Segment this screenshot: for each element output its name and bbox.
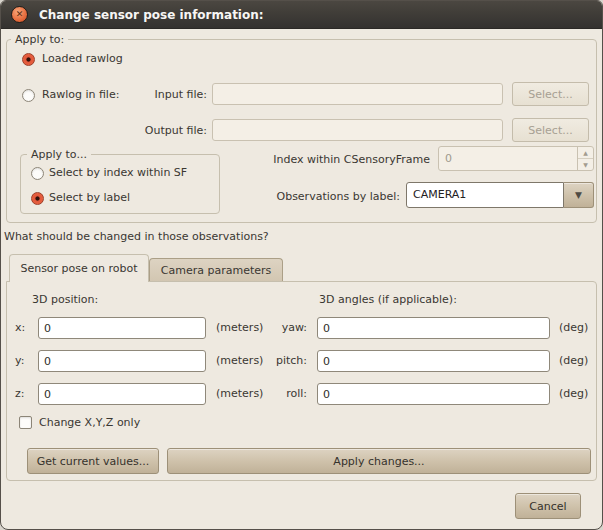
z-unit-label: (meters) xyxy=(216,387,263,401)
select-by-index-radio-label: Select by index within SF xyxy=(49,166,187,180)
y-label: y: xyxy=(15,354,24,368)
y-unit-label: (meters) xyxy=(216,354,263,368)
sensor-pose-tab-panel: 3D position: 3D angles (if applicable): … xyxy=(6,281,597,481)
angles-title: 3D angles (if applicable): xyxy=(319,293,457,307)
yaw-label: yaw: xyxy=(267,321,307,335)
tab-camera-parameters-label: Camera parameters xyxy=(161,264,271,277)
rawlog-in-file-radio[interactable] xyxy=(22,89,35,102)
select-input-file-button[interactable]: Select... xyxy=(512,82,589,106)
change-xyz-only-checkbox[interactable] xyxy=(19,416,32,429)
apply-to-group: Apply to: Loaded rawlog Rawlog in file: … xyxy=(6,39,597,223)
titlebar[interactable]: ✕ Change sensor pose information: xyxy=(1,1,602,29)
apply-to-sub-group: Apply to... Select by index within SF Se… xyxy=(20,154,220,214)
roll-label: roll: xyxy=(267,387,307,401)
observations-by-label-label: Observations by label: xyxy=(240,190,400,204)
apply-changes-button-label: Apply changes... xyxy=(333,455,424,468)
observations-combo-value[interactable]: CAMERA1 xyxy=(406,182,564,208)
y-input[interactable] xyxy=(38,350,206,372)
pitch-label: pitch: xyxy=(267,354,307,368)
get-current-values-button[interactable]: Get current values... xyxy=(27,448,159,474)
window-title: Change sensor pose information: xyxy=(39,8,264,22)
spinner-up-icon[interactable]: ▲ xyxy=(578,147,593,159)
pitch-input[interactable] xyxy=(317,350,550,372)
rawlog-in-file-radio-label: Rawlog in file: xyxy=(42,88,119,102)
x-unit-label: (meters) xyxy=(216,321,263,335)
output-file-label: Output file: xyxy=(132,124,207,138)
dialog-window: ✕ Change sensor pose information: Apply … xyxy=(0,0,603,530)
select-input-file-button-label: Select... xyxy=(528,88,572,101)
roll-input[interactable] xyxy=(317,383,550,405)
apply-to-group-label: Apply to: xyxy=(11,32,68,47)
x-input[interactable] xyxy=(38,317,206,339)
index-spinner-arrows: ▲ ▼ xyxy=(577,147,593,170)
yaw-unit-label: (deg) xyxy=(559,321,588,335)
select-by-label-radio-label: Select by label xyxy=(49,191,130,205)
input-file-field[interactable] xyxy=(212,83,503,105)
z-label: z: xyxy=(15,387,24,401)
close-icon: ✕ xyxy=(16,10,24,19)
get-current-values-button-label: Get current values... xyxy=(37,455,150,468)
pitch-unit-label: (deg) xyxy=(559,354,588,368)
index-spinner[interactable]: 0 ▲ ▼ xyxy=(438,146,594,171)
select-output-file-button-label: Select... xyxy=(528,124,572,137)
input-file-label: Input file: xyxy=(132,88,207,102)
select-output-file-button[interactable]: Select... xyxy=(512,118,589,142)
select-by-index-radio[interactable] xyxy=(31,167,44,180)
apply-changes-button[interactable]: Apply changes... xyxy=(167,448,591,474)
observations-combo[interactable]: CAMERA1 ▼ xyxy=(406,182,594,208)
question-label: What should be changed in those observat… xyxy=(4,230,269,244)
x-label: x: xyxy=(15,321,25,335)
tab-sensor-pose-label: Sensor pose on robot xyxy=(20,262,137,275)
close-button[interactable]: ✕ xyxy=(11,6,28,23)
output-file-field[interactable] xyxy=(212,119,503,141)
cancel-button[interactable]: Cancel xyxy=(515,493,581,519)
select-by-label-radio[interactable] xyxy=(31,192,44,205)
apply-to-sub-group-label: Apply to... xyxy=(27,147,91,162)
chevron-down-icon: ▼ xyxy=(575,191,582,200)
index-spinner-value: 0 xyxy=(439,147,577,170)
loaded-rawlog-radio-label: Loaded rawlog xyxy=(42,52,123,66)
tab-sensor-pose[interactable]: Sensor pose on robot xyxy=(9,254,149,282)
yaw-input[interactable] xyxy=(317,317,550,339)
position-title: 3D position: xyxy=(32,293,98,307)
observations-combo-button[interactable]: ▼ xyxy=(564,182,594,208)
roll-unit-label: (deg) xyxy=(559,387,588,401)
tab-camera-parameters[interactable]: Camera parameters xyxy=(149,258,283,282)
index-within-csensoryframe-label: Index within CSensoryFrame xyxy=(230,153,430,167)
z-input[interactable] xyxy=(38,383,206,405)
cancel-button-label: Cancel xyxy=(529,500,566,513)
change-xyz-only-checkbox-label: Change X,Y,Z only xyxy=(39,416,140,430)
loaded-rawlog-radio[interactable] xyxy=(22,53,35,66)
spinner-down-icon[interactable]: ▼ xyxy=(578,159,593,170)
